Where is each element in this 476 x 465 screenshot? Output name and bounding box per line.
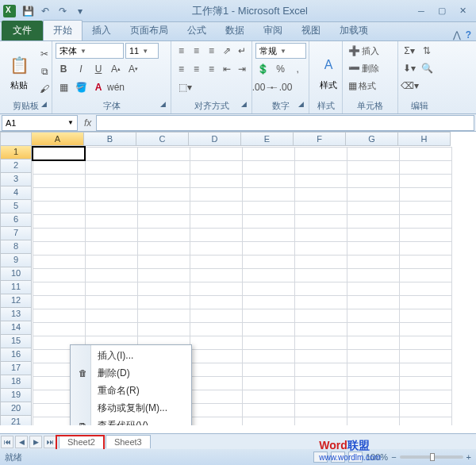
decrease-decimal-button[interactable]: ←.00 [273, 79, 289, 95]
clipboard-launcher[interactable]: ◢ [41, 100, 47, 108]
col-header-D[interactable]: D [189, 132, 241, 146]
cell[interactable] [347, 147, 399, 160]
zoom-out-button[interactable]: − [391, 452, 396, 462]
cell[interactable] [242, 309, 294, 322]
cell[interactable] [242, 187, 294, 201]
cell[interactable] [399, 160, 451, 174]
row-header-2[interactable]: 2 [0, 159, 32, 173]
cell[interactable] [242, 390, 294, 403]
row-header-18[interactable]: 18 [0, 375, 32, 389]
cell[interactable] [85, 255, 137, 268]
cell[interactable] [242, 228, 294, 241]
ctx-rename[interactable]: 重命名(R) [72, 382, 190, 399]
cell[interactable] [33, 214, 85, 228]
name-box[interactable]: A1▼ [2, 115, 78, 131]
cell[interactable] [399, 349, 451, 363]
ctx-insert[interactable]: 插入(I)... [72, 347, 190, 364]
cell[interactable] [137, 174, 190, 187]
number-format-combo[interactable]: 常规▼ [255, 43, 306, 59]
cell[interactable] [190, 376, 242, 390]
cell[interactable] [190, 295, 242, 309]
help-icon[interactable]: ? [466, 29, 471, 40]
cell[interactable] [347, 376, 399, 390]
col-header-H[interactable]: H [398, 132, 451, 146]
cell[interactable] [347, 417, 399, 425]
cell[interactable] [399, 241, 451, 255]
cell[interactable] [33, 228, 85, 241]
cell[interactable] [190, 214, 242, 228]
cell[interactable] [347, 174, 399, 187]
cell[interactable] [190, 174, 242, 187]
cell[interactable] [85, 228, 137, 241]
find-select-button[interactable]: 🔍 [419, 60, 435, 76]
ribbon-minimize-icon[interactable]: ⋀ [453, 29, 461, 40]
decrease-indent-button[interactable]: ⇤ [220, 61, 233, 77]
qat-undo[interactable]: ↶ [37, 3, 53, 19]
close-button[interactable]: ✕ [454, 4, 471, 18]
cell[interactable] [399, 336, 451, 349]
col-header-B[interactable]: B [84, 132, 136, 146]
cell[interactable] [294, 174, 347, 187]
cell[interactable] [399, 295, 451, 309]
cut-button[interactable]: ✂ [36, 46, 52, 62]
row-header-19[interactable]: 19 [0, 389, 32, 402]
cell[interactable] [294, 255, 347, 268]
cell[interactable] [190, 228, 242, 241]
cell[interactable] [190, 160, 242, 174]
comma-button[interactable]: , [290, 61, 305, 77]
cell[interactable] [347, 363, 399, 376]
cell[interactable] [347, 403, 399, 417]
cell[interactable] [190, 268, 242, 282]
cell[interactable] [242, 255, 294, 268]
cell[interactable] [190, 187, 242, 201]
cell[interactable] [190, 417, 242, 425]
row-header-16[interactable]: 16 [0, 348, 32, 362]
formula-input[interactable] [96, 115, 474, 131]
cell[interactable] [85, 295, 137, 309]
underline-button[interactable]: U [90, 61, 106, 77]
cell[interactable] [347, 390, 399, 403]
cell[interactable] [33, 147, 85, 160]
cell[interactable] [137, 201, 190, 214]
cell[interactable] [33, 309, 85, 322]
align-launcher[interactable]: ◢ [241, 100, 247, 108]
cell[interactable] [33, 160, 85, 174]
row-header-11[interactable]: 11 [0, 281, 32, 294]
clear-button[interactable]: ⌫▾ [401, 78, 417, 94]
qat-customize[interactable]: ▾ [72, 3, 88, 19]
cell[interactable] [347, 295, 399, 309]
sheet-nav-first[interactable]: ⏮ [1, 436, 13, 448]
align-left-button[interactable]: ≡ [175, 61, 188, 77]
tab-layout[interactable]: 页面布局 [121, 21, 178, 40]
select-all-corner[interactable] [0, 132, 32, 146]
autosum-button[interactable]: Σ▾ [401, 43, 417, 59]
cell[interactable] [190, 255, 242, 268]
align-center-button[interactable]: ≡ [190, 61, 203, 77]
cell[interactable] [242, 403, 294, 417]
cell[interactable] [85, 268, 137, 282]
cell[interactable] [399, 403, 451, 417]
merge-center-button[interactable]: ⬚▾ [175, 79, 196, 95]
cell[interactable] [242, 147, 294, 160]
cell[interactable] [137, 160, 190, 174]
cell[interactable] [347, 187, 399, 201]
cell[interactable] [33, 174, 85, 187]
cell[interactable] [399, 417, 451, 425]
col-header-A[interactable]: A [32, 132, 84, 146]
maximize-button[interactable]: ▢ [433, 4, 451, 18]
col-header-F[interactable]: F [294, 132, 346, 146]
cell[interactable] [399, 282, 451, 295]
ctx-viewcode[interactable]: ⧉查看代码(V) [72, 417, 190, 425]
cell[interactable] [294, 376, 347, 390]
orientation-button[interactable]: ⇗ [220, 43, 233, 59]
cell[interactable] [347, 322, 399, 336]
cell[interactable] [347, 268, 399, 282]
grow-font-button[interactable]: A▴ [108, 61, 124, 77]
col-header-G[interactable]: G [346, 132, 398, 146]
cell[interactable] [137, 322, 190, 336]
cell[interactable] [242, 417, 294, 425]
cell[interactable] [190, 336, 242, 349]
cell[interactable] [190, 309, 242, 322]
cell[interactable] [347, 201, 399, 214]
cell[interactable] [347, 255, 399, 268]
